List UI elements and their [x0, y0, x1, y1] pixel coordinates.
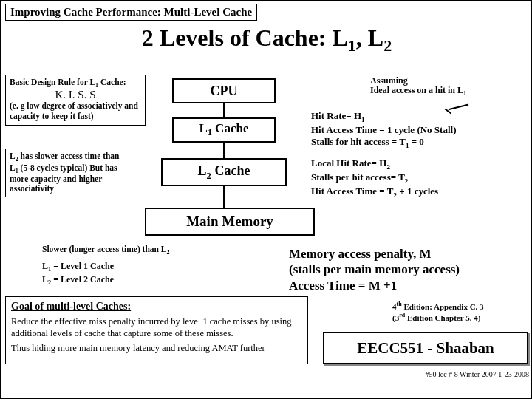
- goal-heading: Goal of multi-level Caches:: [11, 300, 302, 313]
- edition-a: 4th Edition: Appendix C. 3: [392, 301, 529, 312]
- penalty-b: (stalls per main memory access): [289, 262, 529, 277]
- l2-post: Cache: [211, 163, 250, 178]
- checkmark-icon: [446, 95, 469, 110]
- l2-stalls: Stalls per hit access= T2: [311, 171, 529, 185]
- title-sub2: 2: [383, 36, 392, 55]
- l1-cache-box: L1 Cache: [172, 117, 276, 143]
- kiss-text: K. I. S. S: [10, 89, 141, 101]
- slower-pre: Slower (longer access time) than L: [42, 245, 167, 253]
- l1-stats: Hit Rate= H1 Hit Access Time = 1 cycle (…: [311, 110, 529, 150]
- l1-access-time: Hit Access Time = 1 cycle (No Stall): [311, 124, 529, 136]
- legend-l2: L2 = Level 2 Cache: [42, 274, 114, 287]
- l2-note-pre: L: [10, 151, 16, 160]
- lg-b-pre: L: [42, 274, 48, 284]
- lg-a-post: = Level 1 Cache: [51, 261, 114, 271]
- l2-st-sub: 2: [405, 177, 409, 185]
- l1-st-pre: Stalls for hit access = T: [311, 136, 406, 147]
- slower-note: Slower (longer access time) than L2: [42, 245, 170, 256]
- rule-heading-post: Cache:: [98, 78, 126, 86]
- l2-stats: Local Hit Rate= H2 Stalls per hit access…: [311, 157, 529, 200]
- l1-hitrate: Hit Rate= H1: [311, 110, 529, 124]
- l2-st-pre: Stalls per hit access= T: [311, 171, 405, 183]
- rule-heading-pre: Basic Design Rule for L: [10, 78, 95, 86]
- l2-access-time: Hit Access Time = T2 + 1 cycles: [311, 185, 529, 200]
- l1-design-rule-box: Basic Design Rule for L1 Cache: K. I. S.…: [5, 75, 146, 126]
- slower-sub: 2: [167, 249, 170, 256]
- l1-pre: L: [200, 121, 208, 135]
- lg-b-post: = Level 2 Cache: [51, 274, 114, 284]
- title-text: 2 Levels of Cache: L: [142, 24, 348, 51]
- legend-l1: L1 = Level 1 Cache: [42, 261, 114, 274]
- assuming-line: Ideal access on a hit in L1: [370, 86, 529, 98]
- l1-hr-sub: 1: [361, 116, 365, 123]
- connector-l2-mm: [223, 186, 225, 208]
- goal-thus: Thus hiding more main memory latency and…: [11, 342, 302, 354]
- l1-st-post: = 0: [409, 136, 423, 147]
- connector-cpu-l1: [223, 103, 225, 117]
- course-box: EECC551 - Shaaban: [323, 332, 528, 364]
- rule-note: (e. g low degree of associatively and ca…: [10, 101, 141, 120]
- assuming-pre: Ideal access on a hit in L: [370, 85, 463, 95]
- l2-at-post: + 1 cycles: [397, 185, 438, 197]
- edition-b: (3rd Edition Chapter 5. 4): [392, 312, 529, 323]
- topic-header: Improving Cache Performance: Multi-Level…: [5, 4, 257, 21]
- slide-number: #50 lec # 8 Winter 2007 1-23-2008: [355, 370, 529, 378]
- l1-post: Cache: [212, 121, 249, 135]
- l1-hr-pre: Hit Rate= H: [311, 110, 361, 121]
- assuming-note: Assuming Ideal access on a hit in L1: [370, 76, 529, 98]
- lg-a-pre: L: [42, 261, 48, 271]
- rule-heading: Basic Design Rule for L1 Cache:: [10, 78, 141, 89]
- l2-at-pre: Hit Access Time = T: [311, 185, 393, 197]
- edition-note: 4th Edition: Appendix C. 3 (3rd Edition …: [392, 301, 529, 323]
- goal-body: Reduce the effective miss penalty incurr…: [11, 316, 302, 339]
- l1-stalls: Stalls for hit access = T1 = 0: [311, 136, 529, 150]
- legend: L1 = Level 1 Cache L2 = Level 2 Cache: [42, 261, 114, 288]
- l2-pre: L: [198, 163, 207, 178]
- l2-hr-sub: 2: [386, 163, 390, 171]
- penalty-c: Access Time = M +1: [289, 278, 529, 293]
- l2-hr-pre: Local Hit Rate= H: [311, 157, 386, 168]
- cpu-box: CPU: [172, 78, 276, 103]
- l2-cache-box: L2 Cache: [161, 158, 287, 186]
- title-mid: , L: [356, 24, 383, 51]
- l2-note-post: (5-8 cycles typical) But has more capaci…: [10, 163, 117, 194]
- title-sub1: 1: [348, 36, 356, 55]
- penalty-a: Memory access penalty, M: [289, 246, 529, 262]
- l2-hitrate: Local Hit Rate= H2: [311, 157, 529, 171]
- l2-note-box: L2 has slower access time than L1 (5-8 c…: [5, 149, 134, 197]
- slide-title: 2 Levels of Cache: L1, L2: [1, 24, 532, 55]
- goal-box: Goal of multi-level Caches: Reduce the e…: [5, 296, 308, 364]
- connector-l1-l2: [223, 143, 225, 158]
- main-memory-box: Main Memory: [145, 208, 315, 236]
- memory-penalty: Memory access penalty, M (stalls per mai…: [289, 246, 529, 293]
